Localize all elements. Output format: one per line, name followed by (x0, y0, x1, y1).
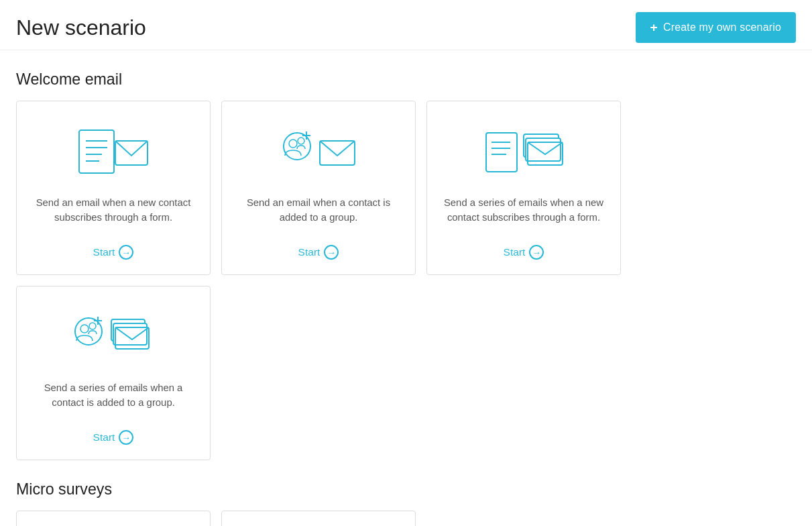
card-4-start-label: Start (93, 431, 115, 443)
plus-icon: + (650, 20, 658, 35)
create-button-label: Create my own scenario (663, 21, 781, 34)
card-group-email-series[interactable]: Send a series of emails when a contact i… (16, 286, 211, 460)
card-4-description: Send a series of emails when a contact i… (30, 380, 196, 418)
micro-surveys-cards: ? Send an email to those who answered a … (16, 511, 796, 526)
card-2-start[interactable]: Start → (298, 245, 339, 260)
page-header: New scenario + Create my own scenario (0, 0, 812, 50)
card-survey-followup[interactable]: ? Follow-up with subscribers who haven't… (221, 511, 416, 526)
create-scenario-button[interactable]: + Create my own scenario (636, 12, 796, 43)
card-form-email[interactable]: Send an email when a new contact subscri… (16, 101, 211, 275)
svg-point-8 (298, 138, 304, 144)
card-1-description: Send an email when a new contact subscri… (30, 195, 196, 233)
welcome-email-section: Welcome email Send an email when a new c… (0, 70, 812, 480)
card-3-arrow-icon: → (529, 245, 544, 260)
card-icon-group-email-series (70, 307, 157, 367)
card-1-start[interactable]: Start → (93, 245, 134, 260)
svg-rect-0 (79, 130, 114, 173)
svg-point-7 (289, 140, 297, 148)
card-2-description: Send an email when a contact is added to… (235, 195, 402, 233)
card-2-arrow-icon: → (324, 245, 339, 260)
svg-rect-12 (486, 133, 517, 172)
welcome-email-title: Welcome email (16, 70, 796, 89)
card-3-start[interactable]: Start → (504, 245, 544, 260)
card-4-start[interactable]: Start → (93, 430, 134, 445)
card-2-start-label: Start (298, 246, 321, 258)
card-form-email-series[interactable]: Send a series of emails when a new conta… (426, 101, 621, 275)
micro-surveys-section: Micro surveys ? Send an email to those (0, 480, 812, 526)
svg-point-20 (80, 325, 89, 333)
card-survey-answer[interactable]: ? Send an email to those who answered a … (16, 511, 211, 526)
welcome-email-cards: Send an email when a new contact subscri… (16, 101, 796, 460)
card-icon-form-email-series (483, 121, 564, 182)
page-title: New scenario (16, 15, 146, 40)
card-1-arrow-icon: → (119, 245, 133, 260)
card-icon-form-email (76, 121, 150, 182)
card-3-start-label: Start (504, 246, 526, 258)
micro-surveys-title: Micro surveys (16, 480, 796, 498)
card-icon-group-email (278, 121, 359, 182)
card-1-start-label: Start (93, 246, 115, 258)
card-group-email[interactable]: Send an email when a contact is added to… (221, 101, 416, 275)
svg-point-21 (89, 323, 96, 329)
card-4-arrow-icon: → (119, 430, 133, 445)
card-3-description: Send a series of emails when a new conta… (441, 195, 607, 233)
svg-rect-25 (113, 323, 147, 345)
